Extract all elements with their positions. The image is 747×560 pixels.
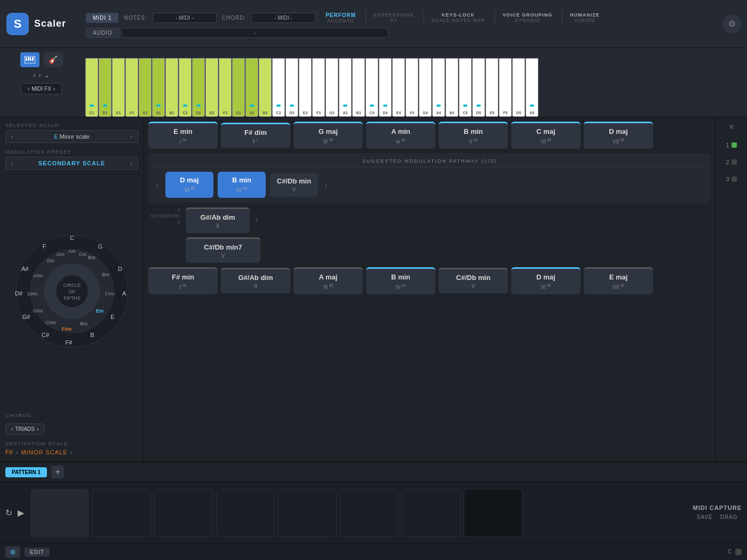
chord-card-3[interactable]: A min iv m [366, 122, 435, 149]
modulation-preset-selector[interactable]: ‹ SECONDARY SCALE › [5, 157, 138, 170]
audio-tab[interactable]: AUDIO [86, 28, 120, 38]
piano-white-key-F5[interactable]: F5 [499, 58, 512, 117]
nav-down[interactable]: ⌄ [44, 71, 50, 79]
expressions-section[interactable]: EXPRESSIONS X1 [365, 10, 422, 25]
piano-white-key-E1[interactable]: E1 [112, 58, 125, 117]
midi-fx-button[interactable]: ‹ MIDI FX › [21, 83, 62, 94]
piano-white-key-C2[interactable]: C2 [179, 58, 192, 117]
dest-chord-6[interactable]: E maj VII M [584, 267, 653, 294]
keys-lock-section[interactable]: KEYS-LOCK SCALE NOTES MAP [424, 10, 492, 25]
pathway-chord-1[interactable]: B min IV m [218, 172, 266, 197]
chord-card-6[interactable]: D maj VII M [584, 122, 653, 149]
chord-card-1[interactable]: F# dim ii ° [221, 123, 290, 148]
piano-white-key-A2[interactable]: A2 [245, 58, 258, 117]
pattern1-button[interactable]: PATTERN 1 [5, 467, 47, 477]
dest-chord-0[interactable]: F# min I m [148, 267, 218, 294]
piano-white-key-E5[interactable]: E5 [486, 58, 498, 117]
pathway-nav-left[interactable]: ‹ [154, 179, 161, 190]
pattern-slot-5[interactable] [278, 489, 337, 537]
nav-right[interactable]: › [39, 71, 41, 79]
piano-white-key-B2[interactable]: B2 [259, 58, 272, 117]
scale-selector[interactable]: ‹ E Minor scale › [5, 130, 138, 143]
pattern-slot-4[interactable] [216, 489, 275, 537]
dest-chord-2[interactable]: A maj III M [293, 267, 363, 294]
settings-button[interactable]: ⚙ [722, 14, 742, 34]
piano-white-key-F3[interactable]: F3 [312, 58, 325, 117]
triads-button[interactable]: ‹ TRIADS › [5, 423, 44, 435]
piano-white-key-F1[interactable]: F1 [125, 58, 138, 117]
pattern-slot-3[interactable] [154, 489, 213, 537]
piano-white-key-A4[interactable]: A4 [432, 58, 445, 117]
piano-white-key-F4[interactable]: F4 [406, 58, 418, 117]
piano-white-key-B3[interactable]: B3 [352, 58, 365, 117]
dest-nav-left[interactable]: ‹ [16, 449, 18, 455]
close-button[interactable]: ✕ [728, 123, 735, 131]
midi-capture-area: MIDI CAPTURE SAVE DRAG [693, 505, 742, 521]
keyboard-icon-btn[interactable] [20, 52, 39, 67]
piano-white-key-B1[interactable]: B1 [165, 58, 178, 117]
piano-white-key-D2[interactable]: D2 [192, 58, 205, 117]
voice-grouping-section[interactable]: VOICE GROUPING DYNAMIC [495, 10, 560, 25]
add-pattern-button[interactable]: + [51, 466, 64, 478]
chord-card-4[interactable]: B min V m [439, 122, 508, 149]
piano-white-key-A5[interactable]: A5 [526, 58, 538, 117]
dest-nav-right[interactable]: › [70, 449, 73, 455]
pattern-slot-2[interactable] [92, 489, 151, 537]
dest-chord-3[interactable]: B min IV m [366, 267, 435, 294]
chord-card-5[interactable]: C maj VI M [511, 122, 581, 149]
grid-button[interactable]: ⊞ [5, 546, 20, 558]
piano-white-key-D1[interactable]: D1 [99, 58, 112, 117]
play-button[interactable]: ▶ [18, 508, 24, 518]
pathway-chord-0[interactable]: D maj VI M [165, 172, 213, 197]
nav-left[interactable]: ‹ [34, 71, 36, 79]
piano-white-key-F2[interactable]: F2 [219, 58, 232, 117]
piano-white-key-D4[interactable]: D4 [379, 58, 392, 117]
piano-white-key-G3[interactable]: G3 [325, 58, 338, 117]
pattern-slot-8[interactable] [464, 489, 522, 537]
piano-white-key-A3[interactable]: A3 [339, 58, 352, 117]
gh-ab-dim-card[interactable]: G#/Ab dim II [186, 207, 250, 233]
piano-white-key-G4[interactable]: G4 [419, 58, 432, 117]
svg-text:C: C [70, 235, 74, 241]
destination-scale-selector[interactable]: F# ‹ MINOR SCALE › [5, 449, 138, 456]
pathway-nav-right[interactable]: › [322, 179, 330, 190]
pathway-chord-2[interactable]: C#/Db min V [270, 173, 318, 197]
humanize-section[interactable]: HUMANIZE VARIED [562, 10, 607, 25]
pattern-slot-1[interactable] [30, 489, 89, 537]
pattern-slot-6[interactable] [340, 489, 399, 537]
csharp-db-min7-card[interactable]: C#/Db min7 V [186, 237, 260, 263]
piano-white-key-A1[interactable]: A1 [152, 58, 165, 117]
scale-nav-right[interactable]: › [130, 133, 132, 140]
guitar-icon-btn[interactable]: 🎸 [44, 52, 63, 67]
piano-white-key-C3[interactable]: C3 [272, 58, 285, 117]
mod-nav-left[interactable]: ‹ [11, 160, 13, 166]
secondary-chord-nav[interactable]: › [253, 214, 260, 226]
svg-text:G#: G# [22, 314, 30, 320]
scale-nav-left[interactable]: ‹ [11, 133, 13, 140]
piano-white-key-D3[interactable]: D3 [285, 58, 298, 117]
piano-white-key-G1[interactable]: G1 [139, 58, 152, 117]
dest-chord-5[interactable]: D maj VI M [511, 267, 581, 294]
loop-button[interactable]: ↻ [5, 508, 12, 518]
piano-white-key-E4[interactable]: E4 [392, 58, 405, 117]
piano-white-key-E2[interactable]: E2 [205, 58, 218, 117]
drag-button[interactable]: DRAG [718, 513, 740, 521]
chord-card-2[interactable]: G maj III M [293, 122, 363, 149]
save-button[interactable]: SAVE [695, 513, 715, 521]
midi1-tab[interactable]: MIDI 1 [86, 13, 118, 23]
mod-nav-right[interactable]: › [130, 160, 132, 166]
dest-chord-1[interactable]: G#/Ab dim II [221, 268, 290, 293]
piano-white-key-C5[interactable]: C5 [459, 58, 472, 117]
piano-white-key-B4[interactable]: B4 [446, 58, 458, 117]
piano-white-key-D5[interactable]: D5 [472, 58, 485, 117]
piano-white-key-E3[interactable]: E3 [299, 58, 312, 117]
dest-chord-4[interactable]: C#/Db min V [439, 268, 508, 293]
chord-card-0[interactable]: E min i m [148, 122, 218, 149]
piano-white-key-G2[interactable]: G2 [232, 58, 245, 117]
perform-section[interactable]: PERFORM ACCENTO [317, 10, 363, 26]
piano-white-key-G5[interactable]: G5 [512, 58, 525, 117]
piano-white-key-C4[interactable]: C4 [365, 58, 378, 117]
piano-white-key-C1[interactable]: C1 [85, 58, 98, 117]
edit-button[interactable]: EDIT [25, 548, 50, 557]
pattern-slot-7[interactable] [402, 489, 460, 537]
